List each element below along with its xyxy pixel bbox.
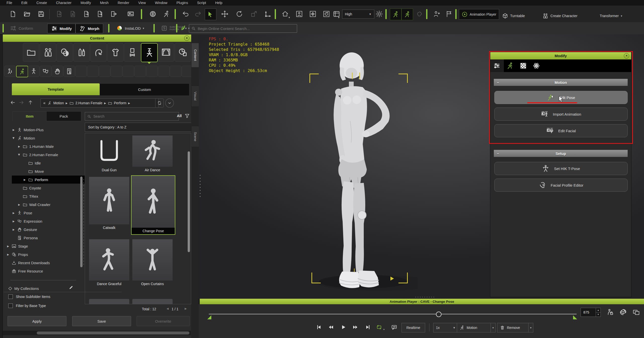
motion-toggle-1-button[interactable] (390, 9, 401, 20)
breadcrumb-segment[interactable]: Perform (114, 101, 127, 105)
realtime-button[interactable]: Realtime (401, 323, 425, 332)
home-caret-icon[interactable]: ▾ (289, 16, 290, 19)
tree-item-props[interactable]: ▶Props (6, 250, 28, 258)
tab-pack[interactable]: Pack (46, 111, 81, 121)
tree-scrollbar[interactable] (80, 177, 83, 267)
tree-item-1-human-male[interactable]: ▶1.Human Male (17, 142, 54, 150)
menu-modify[interactable]: Modify (80, 1, 91, 5)
quality-select[interactable]: High ▼ (342, 10, 374, 19)
smart-gallery-button[interactable]: ▾ (180, 24, 190, 33)
save-button[interactable]: Save (72, 316, 131, 326)
proxy-mesh-button[interactable] (414, 9, 425, 19)
modify-panel-header[interactable]: Modify ✕ (490, 52, 631, 59)
play-button[interactable] (340, 323, 347, 331)
frame-rotate-button[interactable] (321, 9, 332, 19)
section-header-setup[interactable]: −Setup (494, 150, 628, 157)
category-actors[interactable] (40, 43, 56, 62)
grid-item-open-curtains[interactable]: Open Curtains (132, 239, 173, 287)
redo-button[interactable] (193, 9, 203, 19)
grid-item-air-dance[interactable]: Air Dance (132, 136, 173, 173)
tree-item-gesture[interactable]: ▶Gesture (12, 225, 37, 233)
dock-tab-content[interactable]: Content (191, 43, 199, 67)
export-file-button[interactable] (108, 9, 119, 19)
speed-select[interactable]: 1x ▼ (433, 323, 458, 332)
menu-view[interactable]: View (138, 1, 146, 5)
set-hik-t-pose-button[interactable]: Set HIK T-Pose (494, 162, 628, 175)
tree-collapse-icon[interactable]: ▶ (18, 153, 21, 156)
menu-script[interactable]: Script (197, 1, 206, 5)
camera-panel-button[interactable] (331, 9, 342, 19)
menu-plugins[interactable]: Plugins (176, 1, 188, 5)
tree-expand-icon[interactable]: ▶ (6, 253, 10, 256)
frame-move-button[interactable] (307, 9, 318, 19)
subcategory-expression[interactable] (40, 66, 51, 77)
menu-help[interactable]: Help (215, 1, 222, 5)
import-animation-button[interactable]: Import Animation (494, 108, 628, 121)
scale-tool-button[interactable] (249, 9, 259, 19)
timeline-handle[interactable] (436, 312, 441, 317)
category-props[interactable] (175, 43, 191, 62)
tab-custom[interactable]: Custom (100, 83, 189, 95)
breadcrumb[interactable]: «Motion▶2.Human Female▶Perform▶ (41, 98, 158, 108)
nav-up-button[interactable] (27, 99, 34, 106)
tab-physics[interactable] (530, 59, 543, 72)
content-panel-header[interactable]: Content ✕ (3, 35, 191, 42)
overwrite-button[interactable]: Overwrite (137, 316, 190, 326)
move-tool-button[interactable] (219, 9, 230, 19)
grid-scrollbar[interactable] (188, 151, 190, 252)
section-collapse-icon[interactable]: − (497, 151, 499, 156)
merge-project-button[interactable] (67, 9, 78, 19)
nav-back-button[interactable] (10, 99, 16, 106)
nav-forward-button[interactable] (18, 99, 25, 106)
refresh-button[interactable] (155, 98, 164, 108)
frame-spinner[interactable]: 875 ▲ ▼ (581, 308, 601, 317)
morph-mode-button[interactable]: Morph (75, 24, 103, 33)
go-to-end-button[interactable] (364, 323, 372, 331)
close-icon[interactable]: ✕ (184, 36, 189, 41)
subcategory-preview-actor[interactable] (4, 66, 16, 77)
step-back-button[interactable] (327, 323, 335, 331)
section-header-motion[interactable]: −Motion (494, 79, 628, 86)
actor-settings-button[interactable] (431, 9, 442, 19)
loop-button[interactable] (375, 323, 383, 331)
filter-base-type-checkbox-row[interactable]: Filter by Base Type (8, 303, 46, 308)
filter-base-type-checkbox[interactable] (8, 303, 13, 308)
item-search-box[interactable] (85, 112, 179, 121)
lock-character-icon[interactable] (606, 308, 614, 316)
loop-caret-icon[interactable]: ▾ (383, 328, 385, 331)
create-character-button[interactable]: Create Character (542, 12, 577, 20)
tree-item-motion-plus[interactable]: ▶Motion-Plus (12, 126, 44, 134)
tree-item-coyote[interactable]: Coyote (17, 184, 41, 192)
page-next-icon[interactable]: ▶ (185, 307, 187, 310)
breadcrumb-collapse[interactable]: « (43, 101, 46, 105)
tree-expand-icon[interactable]: ▶ (17, 203, 21, 206)
grid-item-clipped[interactable] (89, 299, 129, 304)
tree-item-expression[interactable]: ▶Expression (12, 217, 42, 225)
tree-expand-icon[interactable]: ▶ (17, 145, 21, 148)
dock-tab-scene[interactable]: Scene (191, 126, 199, 147)
horizontal-scrollbar-thumb[interactable] (37, 331, 189, 334)
category-animation-selected[interactable] (141, 43, 158, 62)
filter-all-label[interactable]: All (177, 114, 182, 118)
category-scene[interactable] (158, 43, 174, 62)
render-mode-icon[interactable] (619, 308, 627, 316)
export-fbx-button[interactable] (81, 9, 92, 19)
rotate-tool-button[interactable] (234, 9, 245, 19)
subcategory-pose[interactable] (28, 66, 39, 77)
new-project-button[interactable] (8, 9, 18, 19)
online-hub-button[interactable] (147, 9, 158, 19)
subcategory-persona[interactable] (63, 66, 75, 77)
timeline-start-marker[interactable] (207, 315, 211, 319)
tree-expand-icon[interactable]: ▶ (6, 245, 10, 248)
tab-attributes[interactable] (490, 59, 504, 72)
menu-file[interactable]: File (7, 1, 12, 5)
select-tool-button[interactable] (205, 9, 216, 20)
tree-item-trex[interactable]: TRex (17, 192, 38, 200)
facial-profile-editor-button[interactable]: Facial Profile Editor (494, 179, 628, 192)
category-makeup[interactable] (73, 43, 90, 62)
timeline-track[interactable] (209, 314, 577, 314)
import-button[interactable] (54, 9, 64, 19)
remove-caret-icon[interactable]: ▾ (528, 323, 533, 332)
tree-expand-icon[interactable]: ▶ (12, 128, 15, 131)
grid-item-dual-gun[interactable]: Dual Gun (89, 136, 129, 173)
